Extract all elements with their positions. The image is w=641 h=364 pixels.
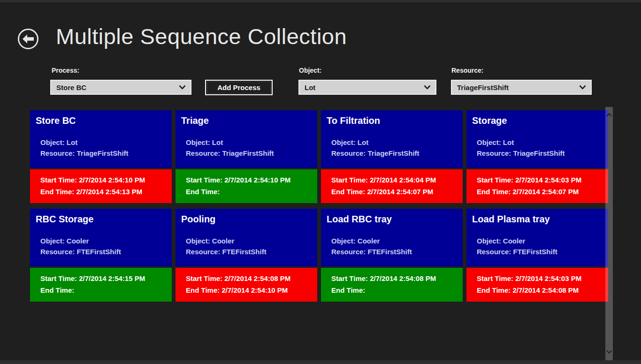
card-title: Pooling (181, 214, 313, 225)
resource-label: Resource: (451, 67, 483, 74)
card-header: Store BC Object: Lot Resource: TriageFir… (30, 110, 172, 168)
window-bottom-edge (0, 360, 641, 364)
card-resource: Resource: TriageFirstShift (331, 148, 458, 159)
back-button[interactable] (18, 29, 38, 49)
card-end-time: End Time: 2/7/2014 2:54:07 PM (477, 186, 604, 197)
card-resource: Resource: TriageFirstShift (477, 148, 603, 159)
resource-dropdown[interactable]: TriageFirstShift (451, 80, 592, 95)
card-header: Triage Object: Lot Resource: TriageFirst… (176, 110, 317, 168)
card-time-panel: Start Time: 2/7/2014 2:54:10 PM End Time… (176, 169, 317, 203)
card-start-time: Start Time: 2/7/2014 2:54:08 PM (186, 273, 313, 284)
card-resource: Resource: FTEFirstShift (477, 246, 603, 257)
card-end-time: End Time: 2/7/2014 2:54:07 PM (331, 186, 459, 197)
card-object: Object: Lot (186, 137, 313, 148)
card-header: Load RBC tray Object: Cooler Resource: F… (321, 209, 463, 266)
sequence-card[interactable]: To Filtration Object: Lot Resource: Tria… (321, 110, 463, 203)
back-arrow-icon (22, 34, 34, 44)
card-end-time: End Time: 2/7/2014 2:54:10 PM (186, 284, 313, 296)
sequence-card[interactable]: Load RBC tray Object: Cooler Resource: F… (321, 209, 463, 302)
card-end-time: End Time: (331, 284, 459, 296)
object-label: Object: (299, 67, 321, 74)
card-object: Object: Lot (477, 137, 603, 148)
card-end-time: End Time: (186, 186, 313, 197)
card-resource: Resource: FTEFirstShift (186, 246, 313, 257)
card-time-panel: Start Time: 2/7/2014 2:54:08 PM End Time… (321, 268, 463, 302)
card-start-time: Start Time: 2/7/2014 2:54:10 PM (186, 174, 313, 186)
card-resource: Resource: TriageFirstShift (186, 148, 313, 159)
sequence-card[interactable]: RBC Storage Object: Cooler Resource: FTE… (30, 209, 172, 302)
card-title: Load Plasma tray (472, 214, 603, 225)
card-title: RBC Storage (36, 214, 167, 225)
card-header: To Filtration Object: Lot Resource: Tria… (321, 110, 463, 168)
card-time-panel: Start Time: 2/7/2014 2:54:04 PM End Time… (321, 169, 463, 203)
card-end-time: End Time: (40, 284, 168, 296)
card-object: Object: Cooler (331, 235, 458, 246)
card-end-time: End Time: 2/7/2014 2:54:08 PM (477, 284, 604, 296)
add-process-button-label: Add Process (217, 83, 260, 91)
card-object: Object: Lot (40, 137, 167, 148)
card-header: RBC Storage Object: Cooler Resource: FTE… (30, 209, 172, 266)
card-time-panel: Start Time: 2/7/2014 2:54:03 PM End Time… (466, 169, 608, 203)
card-resource: Resource: FTEFirstShift (331, 246, 458, 257)
card-object: Object: Cooler (186, 235, 313, 246)
card-title: Triage (181, 115, 313, 126)
card-time-panel: Start Time: 2/7/2014 2:54:15 PM End Time… (30, 268, 172, 302)
sequence-card[interactable]: Load Plasma tray Object: Cooler Resource… (466, 209, 608, 302)
object-dropdown[interactable]: Lot (298, 80, 436, 95)
scroll-down-icon[interactable] (606, 350, 612, 354)
sequence-card-grid: Store BC Object: Lot Resource: TriageFir… (30, 110, 608, 302)
card-title: Storage (472, 115, 603, 126)
add-process-button[interactable]: Add Process (205, 80, 273, 95)
process-dropdown-value: Store BC (56, 83, 86, 91)
card-start-time: Start Time: 2/7/2014 2:54:10 PM (40, 174, 168, 186)
chevron-down-icon (179, 85, 186, 90)
sequence-card[interactable]: Store BC Object: Lot Resource: TriageFir… (30, 110, 172, 203)
chevron-down-icon (424, 85, 431, 90)
process-dropdown[interactable]: Store BC (50, 80, 191, 95)
card-time-panel: Start Time: 2/7/2014 2:54:10 PM End Time… (30, 169, 172, 203)
card-resource: Resource: TriageFirstShift (40, 148, 167, 159)
window-top-edge (0, 0, 641, 2)
card-time-panel: Start Time: 2/7/2014 2:54:08 PM End Time… (176, 268, 317, 302)
card-end-time: End Time: 2/7/2014 2:54:13 PM (40, 186, 168, 197)
card-object: Object: Cooler (40, 235, 167, 246)
card-title: To Filtration (327, 115, 458, 126)
card-header: Load Plasma tray Object: Cooler Resource… (466, 209, 608, 266)
card-object: Object: Cooler (477, 235, 603, 246)
page-title: Multiple Sequence Collection (56, 23, 347, 49)
sequence-card[interactable]: Triage Object: Lot Resource: TriageFirst… (176, 110, 317, 203)
sequence-card[interactable]: Pooling Object: Cooler Resource: FTEFirs… (176, 209, 317, 302)
card-time-panel: Start Time: 2/7/2014 2:54:03 PM End Time… (466, 268, 608, 302)
vertical-scrollbar[interactable] (605, 107, 613, 360)
scroll-up-icon[interactable] (606, 113, 612, 117)
chevron-down-icon (579, 85, 586, 90)
card-header: Pooling Object: Cooler Resource: FTEFirs… (176, 209, 317, 266)
card-start-time: Start Time: 2/7/2014 2:54:08 PM (331, 273, 459, 284)
card-start-time: Start Time: 2/7/2014 2:54:03 PM (477, 273, 604, 284)
card-title: Load RBC tray (327, 214, 458, 225)
card-start-time: Start Time: 2/7/2014 2:54:15 PM (40, 273, 168, 284)
card-start-time: Start Time: 2/7/2014 2:54:04 PM (331, 174, 459, 186)
card-title: Store BC (36, 115, 167, 126)
object-dropdown-value: Lot (305, 83, 315, 91)
card-object: Object: Lot (331, 137, 458, 148)
process-label: Process: (52, 67, 79, 74)
resource-dropdown-value: TriageFirstShift (457, 83, 509, 91)
card-resource: Resource: FTEFirstShift (40, 246, 167, 257)
card-header: Storage Object: Lot Resource: TriageFirs… (466, 110, 608, 168)
sequence-card[interactable]: Storage Object: Lot Resource: TriageFirs… (466, 110, 608, 203)
card-start-time: Start Time: 2/7/2014 2:54:03 PM (477, 174, 604, 186)
